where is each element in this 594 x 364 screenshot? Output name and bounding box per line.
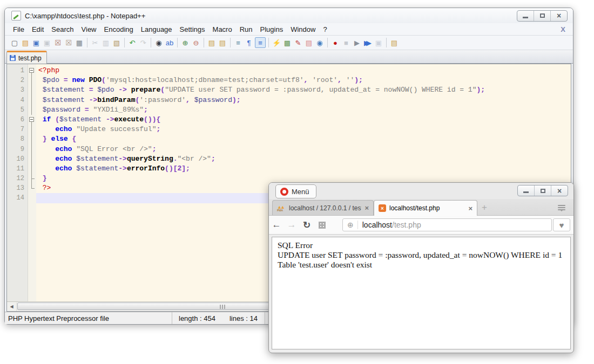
replace-button[interactable]: ab	[165, 38, 174, 47]
minimize-button[interactable]	[517, 11, 534, 21]
save-file-button[interactable]: ▣	[31, 38, 41, 47]
menubar-close-button[interactable]: X	[561, 25, 569, 33]
fold-margin[interactable]	[28, 115, 36, 125]
document-map-button[interactable]: ▩	[282, 38, 292, 47]
fold-margin	[28, 95, 36, 105]
paste-button[interactable]: ▧	[112, 38, 122, 47]
folder-as-workspace-button[interactable]: ▤	[304, 38, 314, 47]
line-number: 6	[7, 115, 28, 125]
close-icon: ×	[557, 12, 561, 19]
maximize-button[interactable]	[534, 11, 551, 21]
zoom-out-button[interactable]: ⊖	[191, 38, 201, 47]
tab-close-icon[interactable]: ×	[468, 204, 473, 212]
synchronize-horizontal-button[interactable]: ▤	[218, 38, 227, 47]
redo-button[interactable]: ↷	[138, 38, 148, 47]
open-containing-folder-button[interactable]: ▤	[389, 38, 399, 47]
forward-button[interactable]: →	[284, 219, 299, 230]
save-file-icon: ▣	[33, 39, 39, 46]
macro-run-multiple-icon: ▶▶	[364, 39, 368, 46]
copy-icon: ▥	[103, 39, 109, 46]
tab-close-icon[interactable]: ×	[364, 204, 369, 212]
close-file-icon: ☒	[55, 39, 61, 46]
menu-item-encoding[interactable]: Encoding	[100, 24, 137, 35]
code-line-9: 9 echo "SQL Error <br />";	[7, 145, 571, 154]
menu-item-file[interactable]: File	[9, 24, 28, 35]
macro-stop-button[interactable]: ■	[341, 38, 351, 47]
minimize-button[interactable]	[518, 186, 535, 196]
close-file-button[interactable]: ☒	[53, 38, 63, 47]
tab-menu-icon[interactable]	[557, 204, 566, 212]
macro-run-multiple-button[interactable]: ▶▶	[363, 38, 373, 47]
code-text: } else {	[36, 134, 571, 144]
code-line-8: 8 } else {	[7, 134, 571, 144]
edit-popup-button[interactable]: ✎	[293, 38, 303, 47]
menu-item-edit[interactable]: Edit	[28, 24, 48, 35]
show-all-characters-button[interactable]: ¶	[244, 38, 254, 47]
menu-item-window[interactable]: Window	[287, 24, 319, 35]
new-tab-button[interactable]: +	[482, 202, 487, 213]
undo-button[interactable]: ↶	[127, 38, 137, 47]
paste-icon: ▧	[113, 39, 120, 46]
back-button[interactable]: ←	[269, 219, 284, 230]
tab-label: test.php	[18, 54, 42, 62]
new-file-button[interactable]: ▢	[10, 38, 19, 47]
fold-margin[interactable]	[28, 66, 36, 75]
macro-save-button[interactable]: ▣	[374, 38, 383, 47]
toolbar-group: ⚡▩✎▤◉	[269, 38, 328, 47]
opera-menu-button[interactable]: Menü	[275, 184, 316, 198]
close-all-button[interactable]: ☒	[64, 38, 73, 47]
redo-icon: ↷	[140, 39, 146, 46]
menu-item-language[interactable]: Language	[137, 24, 176, 35]
menu-item-help[interactable]: ?	[319, 24, 330, 35]
toolbar-group: ≡¶≡	[231, 38, 269, 47]
macro-play-button[interactable]: ▶	[352, 38, 362, 47]
file-monitoring-button[interactable]: ◉	[315, 38, 325, 47]
notepad-titlebar[interactable]: C:\xampp\htdocs\test.php - Notepad++ ×	[5, 8, 573, 23]
browser-tab-1[interactable]: ▲▲localhost / 127.0.0.1 / test×	[272, 200, 374, 215]
menu-item-settings[interactable]: Settings	[176, 24, 209, 35]
macro-record-button[interactable]: ●	[330, 38, 340, 47]
find-button[interactable]: ◉	[154, 38, 164, 47]
status-lines: lines : 14	[230, 314, 258, 322]
page-text-line: SQL Error	[278, 241, 565, 250]
zoom-in-button[interactable]: ⊕	[180, 38, 190, 47]
cut-icon: ✂	[92, 39, 98, 46]
close-button[interactable]: ×	[551, 11, 567, 21]
function-list-button[interactable]: ⚡	[272, 38, 281, 47]
opera-titlebar[interactable]: Menü ×	[269, 183, 573, 199]
menu-item-plugins[interactable]: Plugins	[256, 24, 287, 35]
toolbar-group: ▤	[387, 38, 402, 47]
word-wrap-button[interactable]: ≡	[233, 38, 243, 47]
cut-button[interactable]: ✂	[90, 38, 100, 47]
tab-test-php[interactable]: test.php	[6, 51, 47, 64]
print-button[interactable]: ▦	[75, 38, 84, 47]
macro-record-icon: ●	[333, 39, 338, 46]
save-all-button[interactable]: ▣	[42, 38, 52, 47]
menu-item-macro[interactable]: Macro	[209, 24, 236, 35]
code-text: $statement = $pdo -> prepare("UPDATE use…	[36, 85, 571, 95]
bookmark-button[interactable]: ♥	[553, 218, 570, 231]
close-button[interactable]: ×	[551, 186, 568, 196]
synchronize-vertical-button[interactable]: ▤	[207, 38, 217, 47]
open-file-button[interactable]: ▤	[21, 38, 30, 47]
copy-button[interactable]: ▥	[101, 38, 111, 47]
line-number: 9	[7, 145, 28, 154]
code-text: $password = "YXD1i_89%s";	[36, 105, 571, 115]
menu-item-view[interactable]: View	[78, 24, 100, 35]
browser-page-content: SQL ErrorUPDATE user SET password = :pas…	[272, 237, 571, 349]
reload-button[interactable]: ↻	[299, 219, 314, 231]
code-line-7: 7 echo "Update successful";	[7, 125, 571, 134]
maximize-button[interactable]	[535, 186, 551, 196]
menu-item-run[interactable]: Run	[236, 24, 256, 35]
browser-tab-2[interactable]: ×localhost/test.php×	[374, 200, 477, 216]
notepad-menubar: FileEditSearchViewEncodingLanguageSettin…	[5, 23, 573, 36]
url-field[interactable]: ⊕ localhost/test.php	[342, 218, 552, 231]
speed-dial-icon[interactable]	[319, 222, 326, 229]
code-line-6: 6 if ($statement ->execute()){	[7, 115, 571, 125]
status-counts: length : 454 lines : 14	[172, 312, 265, 324]
find-icon: ◉	[156, 39, 161, 46]
indent-guide-button[interactable]: ≡	[255, 37, 266, 48]
menu-item-search[interactable]: Search	[48, 24, 77, 35]
scroll-left-button[interactable]: ◀	[7, 303, 17, 311]
line-number: 10	[7, 154, 28, 164]
